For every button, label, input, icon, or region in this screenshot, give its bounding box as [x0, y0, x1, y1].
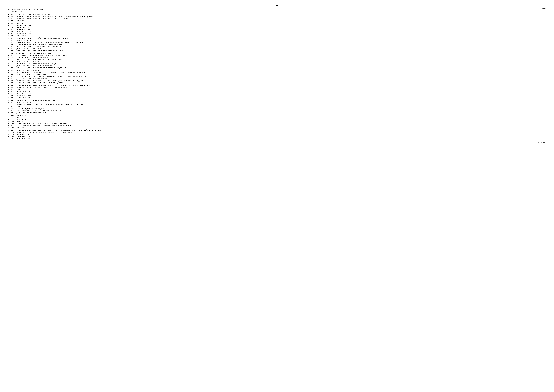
table-row: 404782303-1201-М' 1,00' ' ЕМКОСТЬ ДЛЯ НЕ… [7, 67, 547, 69]
table-row: 40377Ц18-1-2' 2' ' МОНТАЖ УСТАНОВКИ ПНЕВ… [7, 65, 547, 67]
main-table: 37953Ц7-261-94' 1' ' МОНТАЖ НАСОСА К50-3… [7, 14, 547, 140]
row-num2: 68 [11, 46, 16, 48]
row-text: Ц18-1-2' 2' ' МОНТАЖ УСТАНОВКИ ПНЕВМОВЫБ… [16, 65, 547, 67]
table-row: 437111Е16-37#16-7-1' 5* [7, 138, 547, 140]
table-row: 4291032307-10396' 6* [7, 121, 547, 123]
row-num1: 428 [7, 119, 11, 121]
table-row: 39872Е9-122' 0,14' ' УСТАНОВКА ПОДДОНА Д… [7, 54, 547, 56]
row-num1: 382 [7, 20, 11, 22]
row-text: С130-2038' 1* [16, 22, 547, 24]
row-num1: 399 [7, 56, 11, 59]
row-num1: 414 [7, 89, 11, 91]
row-num1: 423 [7, 108, 11, 110]
table-row: 39266Е13-153#К=2 К ОБЪЕМУ 13-18-6' 64' '… [7, 42, 547, 44]
row-num2: 73 [11, 56, 16, 59]
table-row: 39165Е13-121#13-15-6' 41* [7, 39, 547, 42]
row-text: Е16-136#16-12-2#2307-10825(А1+14,1,098#)… [16, 86, 547, 89]
row-text: Т ДОП,124#24-04-01#П,1139(=14)' 2' 82' У… [16, 71, 547, 74]
row-num2: 70 [11, 50, 16, 52]
row-text: Е16-135#16-12-1#2307-10823(А1+10,6,1,098… [16, 84, 547, 86]
row-num1: 413 [7, 86, 11, 89]
table-row: 38559Е16-66#15-8-1' 8* [7, 27, 547, 29]
row-num1: 410 [7, 80, 11, 82]
row-num2: 80 [11, 71, 16, 74]
table-row: 435109Е16-35#16-7-1' 4б* [7, 133, 547, 136]
row-num2: 57 [11, 22, 16, 24]
table-row: 436110Е15-36#16-7-1' 11* [7, 136, 547, 138]
row-text: Ц18-1-2' 2' ' МОНТАЖ ОТСТОЙНИКА* [16, 48, 547, 50]
table-row: 38963С130-1798' 4* [7, 35, 547, 37]
row-num1: 417 [7, 95, 11, 97]
row-text: Е16-71#16-8-4' 55* [16, 31, 547, 33]
table-row: 38357С130-2038' 1* [7, 22, 547, 24]
table-row: 39569Ц18-1-2' 2' ' МОНТАЖ ОТСТОЙНИКА* [7, 48, 547, 50]
table-row: 432106С130-1239' 10* [7, 127, 547, 129]
table-row: 39367Р ТРУБОПРОВОД ОСАДКА(К5),ТРУБОПРОВО… [7, 44, 547, 46]
row-num1: 433 [7, 129, 11, 131]
row-num1: 390 [7, 37, 11, 39]
table-row: 430104Ц12-800-1#ВВОДН,УКАЗ,#П,2В#(А5,1,2… [7, 123, 547, 125]
row-text: Е16-135#16-12-1#ДОП,23 2307-12847(А1+64,… [16, 131, 547, 133]
row-num2: 101 [11, 116, 16, 119]
row-text: С121-2116' 0,14' ' СТОИМОСТЬ ПОДДОНА(2ШТ… [16, 56, 547, 59]
table-row: 40882Т ДОП,37#П,06-236(=14)' 1' 155' НАС… [7, 76, 547, 78]
row-num1: 403 [7, 65, 11, 67]
table-row: 41084Е16-135#16-12-1#С130-2250(А1+24)' 3… [7, 80, 547, 82]
table-row: 42195Е13-153#13-15-6#К=2 К ОБЪЕМУ' 84' '… [7, 104, 547, 105]
row-num1: 401 [7, 61, 11, 63]
row-num2: 84 [11, 80, 16, 82]
row-text: Е16-135#16-12-1#С130-2250(А1+24)' 3' ' У… [16, 80, 547, 82]
row-num1: 407 [7, 74, 11, 76]
row-text: Е16-135#16-12-1#2307-10823(А1+10,6,1,098… [16, 16, 547, 18]
row-num1: 418 [7, 97, 11, 99]
row-num2: 100 [11, 114, 16, 116]
row-num1: 392 [7, 42, 11, 44]
table-row: 41286Е16-135#16-12-1#2307-10823(А1+10,6,… [7, 84, 547, 86]
row-num1: 387 [7, 31, 11, 33]
row-num2: 76 [11, 63, 16, 65]
row-num2: 67 [11, 44, 16, 46]
row-num2: 82 [11, 76, 16, 78]
table-row: 39670Т1808-38274(=14)' 2' 220' ФИЛЬТР-ТР… [7, 50, 547, 52]
row-text: Е16-66#15-8-1' 8* [16, 27, 547, 29]
page-number: - 64 - [273, 5, 281, 6]
row-num2: 74 [11, 59, 16, 61]
row-num2: 111 [11, 138, 16, 140]
row-text: Е16-136#16-12-3#2307-10826(А1+18,3,1,098… [16, 18, 547, 20]
row-num1: 437 [7, 138, 11, 140]
row-num2: 91 [11, 95, 16, 97]
row-num2: 87 [11, 86, 16, 89]
row-num1: 429 [7, 121, 11, 123]
table-row: 40175Ц18-1-2' 2' ' МОНТАЖ КОНТЕЙНЕРА* [7, 61, 547, 63]
row-num2: 69 [11, 48, 16, 50]
row-num2: 78 [11, 67, 16, 69]
row-text: С130-2235' 1* [16, 20, 547, 22]
table-row: 38761Е16-71#16-8-4' 55* [7, 31, 547, 33]
row-num1: 421 [7, 104, 11, 105]
footer: 400030-06 65 [7, 142, 547, 144]
row-text: 2307-10396' 6* [16, 121, 547, 123]
row-num1: 430 [7, 123, 11, 125]
row-text: С132-1793' 2* [16, 105, 547, 108]
row-num1: 384 [7, 24, 11, 27]
row-text: 2303-2221-М' 0,6' ' УСТАНОВКА ПНЕВМОВЫБР… [16, 63, 547, 65]
row-text: Ц12-800-1#ВВОДН,УКАЗ,#П,2В#(А5,1,25)' 6'… [16, 123, 547, 125]
row-num2: 99 [11, 112, 16, 114]
row-num2: 95 [11, 104, 16, 105]
table-row: 402762303-2221-М' 0,6' ' УСТАНОВКА ПНЕВМ… [7, 63, 547, 65]
table-row: 41993С130-2325' 2' ' КРЮЧКИ ДЛЯ КАНАЛИЗА… [7, 99, 547, 101]
row-num2: 66 [11, 42, 16, 44]
table-row: 40579Ц18-1-3' 2' ' МОНТАЖ ЕМКОСТИ* [7, 69, 547, 71]
table-row: 39064Е10-26#12-4-1' 1,15' ' УСТРОЙСТВО Д… [7, 37, 547, 39]
row-num1: 422 [7, 105, 11, 108]
row-num2: 55 [11, 18, 16, 20]
table-row: 38256С130-2235' 1* [7, 20, 547, 22]
row-text: Т ДОП,37#П,06-236(=14)' 1' 155' НАСОС ФЕ… [16, 76, 547, 78]
row-num2: 61 [11, 31, 16, 33]
row-text: Е16-221#16-22' 78* [16, 33, 547, 35]
row-text: Ц7-261-94' 1' ' МОНТАЖ НАСОСА СД16/10* [16, 78, 547, 80]
row-num2: 90 [11, 93, 16, 95]
table-row: 41185Е16-136#16-12-2#С130-2252(А1+43,9)'… [7, 82, 547, 84]
row-text: 2303-1221-Л' 0,36' ' КОНТЕЙНЕР ДЛЯ ОСАДК… [16, 59, 547, 61]
row-num2: 77 [11, 65, 16, 67]
